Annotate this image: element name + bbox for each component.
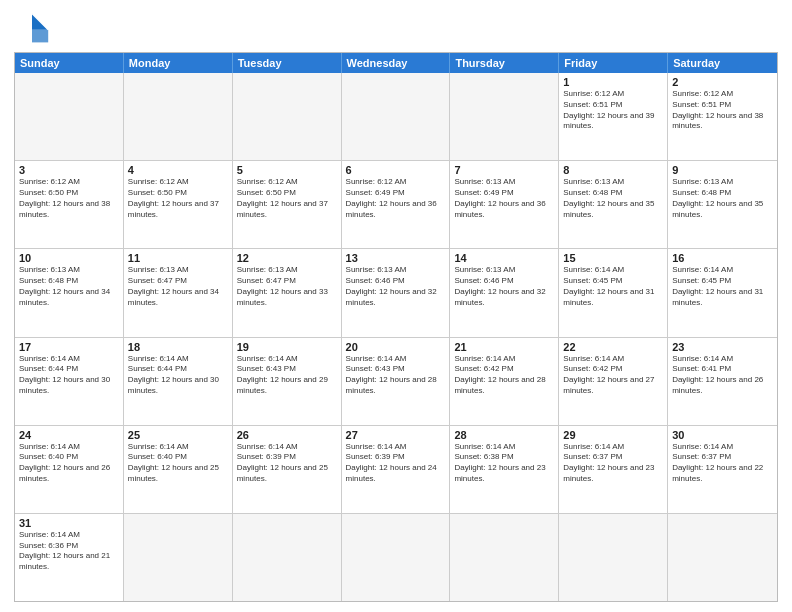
day-number: 17 <box>19 341 119 353</box>
calendar-cell-r4-c2: 26Sunrise: 6:14 AM Sunset: 6:39 PM Dayli… <box>233 426 342 513</box>
cell-daylight-info: Sunrise: 6:14 AM Sunset: 6:40 PM Dayligh… <box>19 442 119 485</box>
calendar-cell-r0-c0 <box>15 73 124 160</box>
cell-daylight-info: Sunrise: 6:14 AM Sunset: 6:41 PM Dayligh… <box>672 354 773 397</box>
calendar-cell-r0-c3 <box>342 73 451 160</box>
calendar-cell-r5-c1 <box>124 514 233 601</box>
day-number: 10 <box>19 252 119 264</box>
calendar-cell-r5-c4 <box>450 514 559 601</box>
calendar-header-row: Sunday Monday Tuesday Wednesday Thursday… <box>15 53 777 73</box>
day-number: 27 <box>346 429 446 441</box>
cell-daylight-info: Sunrise: 6:14 AM Sunset: 6:43 PM Dayligh… <box>237 354 337 397</box>
cell-daylight-info: Sunrise: 6:14 AM Sunset: 6:42 PM Dayligh… <box>563 354 663 397</box>
col-header-thursday: Thursday <box>450 53 559 73</box>
calendar-cell-r2-c6: 16Sunrise: 6:14 AM Sunset: 6:45 PM Dayli… <box>668 249 777 336</box>
calendar-cell-r2-c1: 11Sunrise: 6:13 AM Sunset: 6:47 PM Dayli… <box>124 249 233 336</box>
calendar-cell-r2-c5: 15Sunrise: 6:14 AM Sunset: 6:45 PM Dayli… <box>559 249 668 336</box>
day-number: 3 <box>19 164 119 176</box>
calendar-cell-r3-c3: 20Sunrise: 6:14 AM Sunset: 6:43 PM Dayli… <box>342 338 451 425</box>
day-number: 20 <box>346 341 446 353</box>
day-number: 26 <box>237 429 337 441</box>
day-number: 19 <box>237 341 337 353</box>
calendar-cell-r0-c4 <box>450 73 559 160</box>
cell-daylight-info: Sunrise: 6:13 AM Sunset: 6:46 PM Dayligh… <box>454 265 554 308</box>
calendar-cell-r3-c6: 23Sunrise: 6:14 AM Sunset: 6:41 PM Dayli… <box>668 338 777 425</box>
cell-daylight-info: Sunrise: 6:14 AM Sunset: 6:44 PM Dayligh… <box>19 354 119 397</box>
day-number: 9 <box>672 164 773 176</box>
cell-daylight-info: Sunrise: 6:13 AM Sunset: 6:46 PM Dayligh… <box>346 265 446 308</box>
day-number: 14 <box>454 252 554 264</box>
calendar-cell-r5-c6 <box>668 514 777 601</box>
calendar-body: 1Sunrise: 6:12 AM Sunset: 6:51 PM Daylig… <box>15 73 777 601</box>
calendar-cell-r3-c4: 21Sunrise: 6:14 AM Sunset: 6:42 PM Dayli… <box>450 338 559 425</box>
cell-daylight-info: Sunrise: 6:12 AM Sunset: 6:50 PM Dayligh… <box>128 177 228 220</box>
day-number: 5 <box>237 164 337 176</box>
cell-daylight-info: Sunrise: 6:13 AM Sunset: 6:47 PM Dayligh… <box>237 265 337 308</box>
cell-daylight-info: Sunrise: 6:12 AM Sunset: 6:49 PM Dayligh… <box>346 177 446 220</box>
calendar-row-2: 10Sunrise: 6:13 AM Sunset: 6:48 PM Dayli… <box>15 248 777 336</box>
day-number: 13 <box>346 252 446 264</box>
calendar-cell-r3-c5: 22Sunrise: 6:14 AM Sunset: 6:42 PM Dayli… <box>559 338 668 425</box>
calendar-cell-r1-c2: 5Sunrise: 6:12 AM Sunset: 6:50 PM Daylig… <box>233 161 342 248</box>
calendar-cell-r4-c1: 25Sunrise: 6:14 AM Sunset: 6:40 PM Dayli… <box>124 426 233 513</box>
cell-daylight-info: Sunrise: 6:12 AM Sunset: 6:50 PM Dayligh… <box>19 177 119 220</box>
calendar-cell-r5-c0: 31Sunrise: 6:14 AM Sunset: 6:36 PM Dayli… <box>15 514 124 601</box>
day-number: 23 <box>672 341 773 353</box>
col-header-sunday: Sunday <box>15 53 124 73</box>
calendar-cell-r5-c5 <box>559 514 668 601</box>
cell-daylight-info: Sunrise: 6:14 AM Sunset: 6:43 PM Dayligh… <box>346 354 446 397</box>
calendar-cell-r4-c3: 27Sunrise: 6:14 AM Sunset: 6:39 PM Dayli… <box>342 426 451 513</box>
calendar-cell-r0-c5: 1Sunrise: 6:12 AM Sunset: 6:51 PM Daylig… <box>559 73 668 160</box>
cell-daylight-info: Sunrise: 6:14 AM Sunset: 6:42 PM Dayligh… <box>454 354 554 397</box>
calendar-cell-r0-c2 <box>233 73 342 160</box>
cell-daylight-info: Sunrise: 6:13 AM Sunset: 6:48 PM Dayligh… <box>672 177 773 220</box>
day-number: 12 <box>237 252 337 264</box>
calendar-cell-r4-c6: 30Sunrise: 6:14 AM Sunset: 6:37 PM Dayli… <box>668 426 777 513</box>
calendar-row-3: 17Sunrise: 6:14 AM Sunset: 6:44 PM Dayli… <box>15 337 777 425</box>
day-number: 15 <box>563 252 663 264</box>
calendar-cell-r1-c4: 7Sunrise: 6:13 AM Sunset: 6:49 PM Daylig… <box>450 161 559 248</box>
day-number: 22 <box>563 341 663 353</box>
calendar-cell-r2-c0: 10Sunrise: 6:13 AM Sunset: 6:48 PM Dayli… <box>15 249 124 336</box>
day-number: 6 <box>346 164 446 176</box>
day-number: 16 <box>672 252 773 264</box>
col-header-wednesday: Wednesday <box>342 53 451 73</box>
day-number: 25 <box>128 429 228 441</box>
col-header-saturday: Saturday <box>668 53 777 73</box>
svg-marker-2 <box>32 30 48 43</box>
calendar-row-1: 3Sunrise: 6:12 AM Sunset: 6:50 PM Daylig… <box>15 160 777 248</box>
calendar-row-5: 31Sunrise: 6:14 AM Sunset: 6:36 PM Dayli… <box>15 513 777 601</box>
day-number: 30 <box>672 429 773 441</box>
calendar-cell-r4-c5: 29Sunrise: 6:14 AM Sunset: 6:37 PM Dayli… <box>559 426 668 513</box>
cell-daylight-info: Sunrise: 6:13 AM Sunset: 6:49 PM Dayligh… <box>454 177 554 220</box>
calendar-cell-r4-c0: 24Sunrise: 6:14 AM Sunset: 6:40 PM Dayli… <box>15 426 124 513</box>
cell-daylight-info: Sunrise: 6:14 AM Sunset: 6:37 PM Dayligh… <box>563 442 663 485</box>
calendar-cell-r1-c5: 8Sunrise: 6:13 AM Sunset: 6:48 PM Daylig… <box>559 161 668 248</box>
day-number: 8 <box>563 164 663 176</box>
cell-daylight-info: Sunrise: 6:14 AM Sunset: 6:39 PM Dayligh… <box>346 442 446 485</box>
cell-daylight-info: Sunrise: 6:14 AM Sunset: 6:36 PM Dayligh… <box>19 530 119 573</box>
cell-daylight-info: Sunrise: 6:14 AM Sunset: 6:45 PM Dayligh… <box>563 265 663 308</box>
day-number: 31 <box>19 517 119 529</box>
calendar-cell-r0-c6: 2Sunrise: 6:12 AM Sunset: 6:51 PM Daylig… <box>668 73 777 160</box>
cell-daylight-info: Sunrise: 6:12 AM Sunset: 6:50 PM Dayligh… <box>237 177 337 220</box>
calendar-cell-r5-c2 <box>233 514 342 601</box>
day-number: 11 <box>128 252 228 264</box>
day-number: 28 <box>454 429 554 441</box>
day-number: 18 <box>128 341 228 353</box>
day-number: 1 <box>563 76 663 88</box>
day-number: 21 <box>454 341 554 353</box>
col-header-monday: Monday <box>124 53 233 73</box>
cell-daylight-info: Sunrise: 6:14 AM Sunset: 6:40 PM Dayligh… <box>128 442 228 485</box>
cell-daylight-info: Sunrise: 6:13 AM Sunset: 6:47 PM Dayligh… <box>128 265 228 308</box>
calendar-cell-r1-c3: 6Sunrise: 6:12 AM Sunset: 6:49 PM Daylig… <box>342 161 451 248</box>
calendar-cell-r0-c1 <box>124 73 233 160</box>
cell-daylight-info: Sunrise: 6:12 AM Sunset: 6:51 PM Dayligh… <box>563 89 663 132</box>
calendar-row-4: 24Sunrise: 6:14 AM Sunset: 6:40 PM Dayli… <box>15 425 777 513</box>
logo-icon <box>14 10 50 46</box>
cell-daylight-info: Sunrise: 6:14 AM Sunset: 6:39 PM Dayligh… <box>237 442 337 485</box>
calendar-cell-r1-c6: 9Sunrise: 6:13 AM Sunset: 6:48 PM Daylig… <box>668 161 777 248</box>
cell-daylight-info: Sunrise: 6:14 AM Sunset: 6:37 PM Dayligh… <box>672 442 773 485</box>
cell-daylight-info: Sunrise: 6:14 AM Sunset: 6:38 PM Dayligh… <box>454 442 554 485</box>
calendar-cell-r2-c4: 14Sunrise: 6:13 AM Sunset: 6:46 PM Dayli… <box>450 249 559 336</box>
day-number: 24 <box>19 429 119 441</box>
